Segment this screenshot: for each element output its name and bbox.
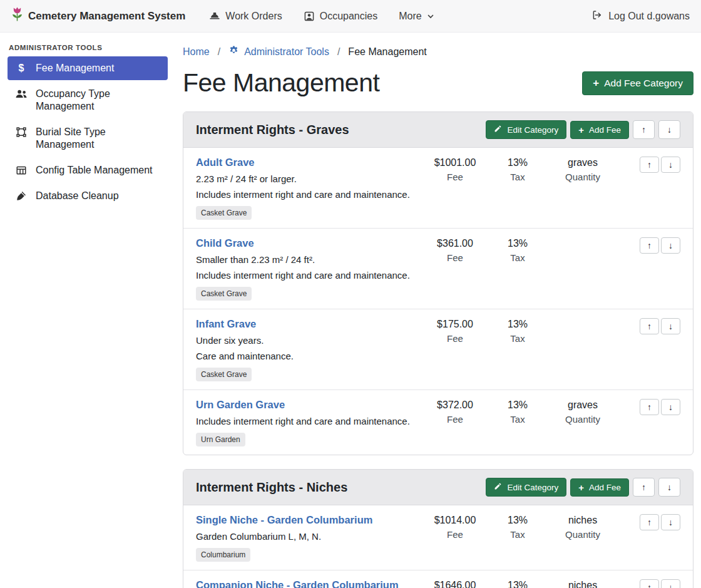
sidebar-item-config-table-management[interactable]: Config Table Management <box>8 158 168 182</box>
fee-amount-column: $1646.00 Fee <box>421 579 489 588</box>
arrow-down-icon: ↓ <box>668 160 673 170</box>
main-content: Home / Administrator Tools / Fee Managem… <box>175 33 701 588</box>
plus-icon: + <box>578 483 584 492</box>
breadcrumb-admin-tools[interactable]: Administrator Tools <box>228 45 329 58</box>
arrow-down-icon: ↓ <box>667 125 672 135</box>
move-fee-down-button[interactable]: ↓ <box>661 579 680 588</box>
tax-column: 13% Tax <box>489 399 546 425</box>
move-fee-up-button[interactable]: ↑ <box>640 399 659 415</box>
move-category-down-button[interactable]: ↓ <box>658 120 680 139</box>
quantity-unit: niches <box>546 580 619 588</box>
tax-label: Tax <box>489 252 546 263</box>
move-fee-up-button[interactable]: ↑ <box>640 514 659 530</box>
fee-name-link[interactable]: Child Grave <box>196 237 254 249</box>
fee-label: Fee <box>421 414 489 425</box>
top-navbar: Cemetery Management System Work Orders O… <box>0 0 701 33</box>
breadcrumb: Home / Administrator Tools / Fee Managem… <box>183 45 693 58</box>
fee-description: Care and maintenance. <box>196 351 415 361</box>
arrow-down-icon: ↓ <box>668 240 673 250</box>
quantity-column-empty <box>546 237 619 238</box>
tax-column: 13% Tax <box>489 157 546 182</box>
tulip-logo-icon <box>11 6 23 26</box>
move-category-down-button[interactable]: ↓ <box>658 478 680 497</box>
chevron-down-icon <box>427 13 434 20</box>
add-fee-category-button[interactable]: + Add Fee Category <box>582 71 693 95</box>
fee-label: Fee <box>421 333 489 344</box>
pencil-icon <box>494 125 502 135</box>
occupancy-portrait-icon <box>304 11 315 22</box>
fee-type-badge: Columbarium <box>196 548 250 562</box>
move-fee-up-button[interactable]: ↑ <box>640 579 659 588</box>
arrow-down-icon: ↓ <box>668 582 673 588</box>
move-fee-down-button[interactable]: ↓ <box>661 514 680 530</box>
tax-label: Tax <box>489 172 546 182</box>
sidebar-item-occupancy-type-management[interactable]: Occupancy Type Management <box>8 82 168 118</box>
category-title: Interment Rights - Niches <box>196 480 347 495</box>
tax-label: Tax <box>489 333 546 344</box>
arrow-up-icon: ↑ <box>647 321 652 331</box>
fee-amount-column: $175.00 Fee <box>421 318 489 344</box>
arrow-up-icon: ↑ <box>647 582 652 588</box>
tax-value: 13% <box>489 238 546 249</box>
breadcrumb-home[interactable]: Home <box>183 46 210 58</box>
fee-type-badge: Urn Garden <box>196 433 245 446</box>
move-fee-down-button[interactable]: ↓ <box>661 399 680 415</box>
sidebar-item-database-cleanup[interactable]: Database Cleanup <box>8 184 168 208</box>
fee-type-badge: Casket Grave <box>196 287 252 301</box>
move-fee-down-button[interactable]: ↓ <box>661 237 680 254</box>
fee-name-link[interactable]: Urn Garden Grave <box>196 399 285 411</box>
tax-column: 13% Tax <box>489 514 546 540</box>
breadcrumb-separator: / <box>337 46 340 58</box>
add-fee-button[interactable]: + Add Fee <box>570 121 629 139</box>
quantity-label: Quantity <box>546 172 619 182</box>
move-category-up-button[interactable]: ↑ <box>633 120 655 139</box>
tax-value: 13% <box>489 580 546 588</box>
fee-amount-column: $1014.00 Fee <box>421 514 489 540</box>
nav-work-orders[interactable]: Work Orders <box>209 11 282 22</box>
category-title: Interment Rights - Graves <box>196 123 349 137</box>
fee-name-link[interactable]: Adult Grave <box>196 157 255 168</box>
breadcrumb-current: Fee Management <box>348 46 426 58</box>
category-card-niches: Interment Rights - Niches Edit Category … <box>183 469 693 588</box>
fee-name-link[interactable]: Infant Grave <box>196 318 256 330</box>
fee-description: Includes interment right and care and ma… <box>196 416 415 426</box>
nav-more[interactable]: More <box>399 11 434 22</box>
edit-category-button[interactable]: Edit Category <box>486 478 566 497</box>
fee-label: Fee <box>421 252 489 263</box>
quantity-column: graves Quantity <box>546 399 619 425</box>
fee-amount-column: $361.00 Fee <box>421 237 489 263</box>
fee-name-link[interactable]: Single Niche - Garden Columbarium <box>196 514 372 526</box>
add-fee-button[interactable]: + Add Fee <box>570 478 629 497</box>
move-fee-up-button[interactable]: ↑ <box>640 237 659 254</box>
move-fee-up-button[interactable]: ↑ <box>640 318 659 334</box>
fee-description: Includes interment right and care and ma… <box>196 189 415 200</box>
fee-name-link[interactable]: Companion Niche - Garden Columbarium <box>196 579 399 588</box>
quantity-unit: niches <box>546 515 619 526</box>
fee-amount: $175.00 <box>421 319 489 330</box>
arrow-down-icon: ↓ <box>667 482 672 492</box>
fee-row: Child Grave Smaller than 2.23 m² / 24 ft… <box>183 229 693 309</box>
fee-label: Fee <box>421 529 489 540</box>
arrow-up-icon: ↑ <box>647 402 652 412</box>
sidebar-item-fee-management[interactable]: $ Fee Management <box>8 56 168 80</box>
sidebar-item-burial-site-type-management[interactable]: Burial Site Type Management <box>8 120 168 157</box>
move-fee-up-button[interactable]: ↑ <box>640 157 659 173</box>
fee-row: Urn Garden Grave Includes interment righ… <box>183 390 693 455</box>
quantity-column-empty <box>546 318 619 319</box>
edit-category-button[interactable]: Edit Category <box>486 120 566 139</box>
fee-amount: $1014.00 <box>421 515 489 526</box>
move-fee-down-button[interactable]: ↓ <box>661 157 680 173</box>
quantity-unit: graves <box>546 400 619 411</box>
quantity-column: niches Quantity <box>546 579 619 588</box>
admin-sidebar: ADMINISTRATOR TOOLS $ Fee Management Occ… <box>0 33 175 588</box>
plus-icon: + <box>593 78 599 88</box>
fee-description: Includes interment right and care and ma… <box>196 270 415 281</box>
logout-icon <box>591 9 603 23</box>
plus-icon: + <box>578 125 584 135</box>
fee-description: Smaller than 2.23 m² / 24 ft². <box>196 254 415 265</box>
move-category-up-button[interactable]: ↑ <box>633 478 655 497</box>
move-fee-down-button[interactable]: ↓ <box>661 318 680 334</box>
app-brand[interactable]: Cemetery Management System <box>11 6 185 26</box>
nav-occupancies[interactable]: Occupancies <box>304 11 378 22</box>
logout-link[interactable]: Log Out d.gowans <box>591 9 690 23</box>
